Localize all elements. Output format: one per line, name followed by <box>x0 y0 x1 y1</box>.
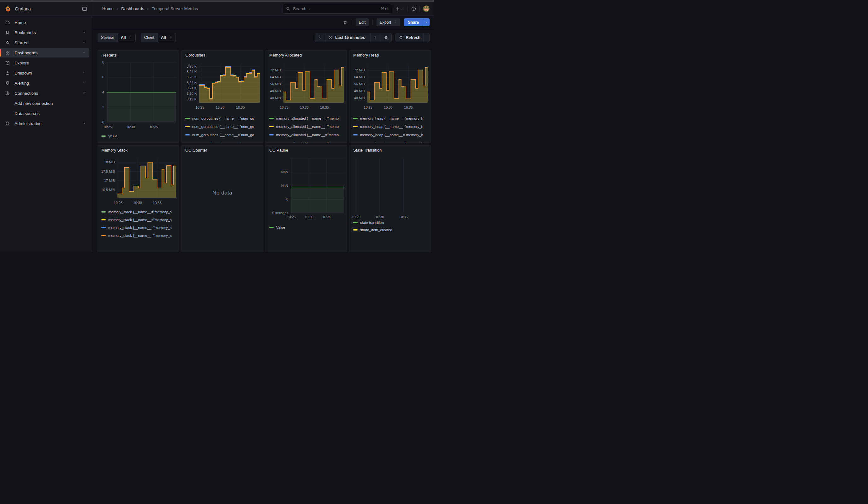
svg-text:4: 4 <box>102 90 104 94</box>
sidebar-item-home[interactable]: Home <box>0 18 89 27</box>
help-button[interactable] <box>411 6 416 11</box>
legend-item[interactable]: shard_item_created <box>353 226 430 233</box>
memory_allocated-chart[interactable]: 40 MiB48 MiB56 MiB64 MiB72 MiB10:2510:30… <box>266 51 347 111</box>
legend-item[interactable]: memory_heap {__name__="memory_h <box>353 131 430 139</box>
panel-title[interactable]: Memory Heap <box>353 53 379 58</box>
create-new-button[interactable] <box>395 6 404 11</box>
legend-swatch <box>101 211 106 213</box>
compass-icon <box>5 60 10 65</box>
svg-text:10:30: 10:30 <box>126 125 135 129</box>
chevron-up-icon[interactable] <box>82 91 86 95</box>
chevron-down-icon[interactable] <box>82 51 86 55</box>
panel-title[interactable]: Goroutines <box>185 53 206 58</box>
sidebar-item-connections[interactable]: Connections <box>0 89 89 98</box>
legend-item[interactable]: memory_heap {__name__="memory_h <box>353 139 430 143</box>
svg-text:3.25 K: 3.25 K <box>187 64 197 68</box>
filter-value-dropdown[interactable]: All <box>158 33 176 42</box>
search-input[interactable]: Search... ⌘+k <box>282 4 392 13</box>
drilldown-icon <box>5 70 10 75</box>
share-button[interactable]: Share <box>404 18 423 26</box>
filter-client: ClientAll <box>141 33 176 42</box>
zoom-out-button[interactable] <box>381 33 391 42</box>
edit-button[interactable]: Edit <box>356 18 369 26</box>
favorite-star-button[interactable] <box>342 20 348 25</box>
time-controls: Last 15 minutes Refresh <box>315 33 430 42</box>
chevron-down-icon[interactable] <box>82 71 86 75</box>
grafana-logo-icon <box>4 6 11 12</box>
legend-item[interactable]: num_goroutines {__name__="num_go <box>185 114 262 123</box>
legend-item[interactable]: memory_stack {__name__="memory_s <box>101 208 178 216</box>
bell-icon <box>5 81 10 85</box>
sidebar-item-data-sources[interactable]: Data sources <box>0 109 89 118</box>
sidebar-toggle-icon[interactable] <box>82 6 87 12</box>
svg-text:64 MiB: 64 MiB <box>354 75 365 79</box>
user-avatar[interactable] <box>423 6 430 12</box>
share-dropdown-button[interactable] <box>423 18 430 26</box>
svg-text:72 MiB: 72 MiB <box>270 68 281 72</box>
panel-title[interactable]: State Transition <box>353 148 382 153</box>
panel-title[interactable]: GC Counter <box>185 148 207 153</box>
sidebar-item-alerting[interactable]: Alerting <box>0 78 89 88</box>
time-back-button[interactable] <box>315 33 325 42</box>
legend-label: num_goroutines {__name__="num_go <box>192 141 254 143</box>
filter-value-dropdown[interactable]: All <box>118 33 136 42</box>
refresh-interval-button[interactable] <box>423 33 429 42</box>
svg-text:16.5 MiB: 16.5 MiB <box>101 188 115 192</box>
goroutines-chart[interactable]: 3.19 K3.20 K3.21 K3.22 K3.23 K3.24 K3.25… <box>182 51 263 111</box>
legend-item[interactable]: memory_heap {__name__="memory_h <box>353 123 430 131</box>
breadcrumb-item[interactable]: Temporal Server Metrics <box>152 6 198 11</box>
sidebar: HomeBookmarksStarredDashboardsExploreDri… <box>0 16 92 252</box>
breadcrumb-item[interactable]: Dashboards <box>121 6 144 11</box>
chevron-down-icon[interactable] <box>82 41 86 44</box>
legend-swatch <box>101 135 106 137</box>
legend-label: memory_stack {__name__="memory_s <box>108 218 172 222</box>
legend-item[interactable]: memory_heap {__name__="memory_h <box>353 114 430 123</box>
svg-text:0: 0 <box>286 197 288 201</box>
legend-item[interactable]: memory_stack {__name__="memory_s <box>101 232 178 239</box>
panel-title[interactable]: Memory Stack <box>101 148 127 153</box>
export-button[interactable]: Export <box>376 18 400 26</box>
panel-title[interactable]: GC Pause <box>269 148 288 153</box>
panel-title[interactable]: Memory Allocated <box>269 53 302 58</box>
refresh-button[interactable]: Refresh <box>396 33 423 42</box>
sidebar-item-drilldown[interactable]: Drilldown <box>0 68 89 78</box>
legend-item[interactable]: memory_allocated {__name__="memo <box>269 139 345 143</box>
sidebar-item-starred[interactable]: Starred <box>0 38 89 48</box>
state_transition-chart[interactable]: 10:2510:3010:35 <box>350 146 431 220</box>
legend-item[interactable]: Value <box>101 132 178 140</box>
legend-item[interactable]: Value <box>269 223 345 231</box>
breadcrumb-item[interactable]: Home <box>102 6 114 11</box>
svg-text:10:25: 10:25 <box>196 105 205 109</box>
time-range-picker[interactable]: Last 15 minutes <box>325 33 370 42</box>
export-label: Export <box>380 20 391 25</box>
sidebar-item-explore[interactable]: Explore <box>0 58 89 68</box>
chevron-down-icon[interactable] <box>82 81 86 85</box>
legend-item[interactable]: memory_allocated {__name__="memo <box>269 114 345 123</box>
legend-label: memory_allocated {__name__="memo <box>276 133 339 137</box>
legend-swatch <box>101 235 106 236</box>
gc_pause-chart[interactable]: 0 seconds0NaNNaN10:2510:3010:35 <box>266 146 347 220</box>
time-forward-button[interactable] <box>370 33 381 42</box>
legend-item[interactable]: state transition <box>353 219 430 226</box>
chevron-down-icon[interactable] <box>82 31 86 34</box>
restarts-chart[interactable]: 0246810:2510:3010:35 <box>98 51 179 130</box>
legend-item[interactable]: memory_allocated {__name__="memo <box>269 131 345 139</box>
time-range-label: Last 15 minutes <box>335 35 365 40</box>
legend-item[interactable]: num_goroutines {__name__="num_go <box>185 131 262 139</box>
legend-item[interactable]: memory_stack {__name__="memory_s <box>101 216 178 224</box>
legend-item[interactable]: memory_allocated {__name__="memo <box>269 123 345 131</box>
chevron-down-icon[interactable] <box>82 122 86 125</box>
panel-title[interactable]: Restarts <box>101 53 116 58</box>
clock-icon <box>328 35 333 40</box>
svg-text:10:35: 10:35 <box>236 105 245 109</box>
legend-label: memory_stack {__name__="memory_s <box>108 234 172 237</box>
sidebar-item-dashboards[interactable]: Dashboards <box>0 48 89 58</box>
legend-item[interactable]: memory_stack {__name__="memory_s <box>101 224 178 232</box>
sidebar-item-bookmarks[interactable]: Bookmarks <box>0 28 89 37</box>
legend-item[interactable]: num_goroutines {__name__="num_go <box>185 139 262 143</box>
memory_heap-chart[interactable]: 40 MiB48 MiB56 MiB64 MiB72 MiB10:2510:30… <box>350 51 431 111</box>
sidebar-item-administration[interactable]: Administration <box>0 119 89 128</box>
sidebar-item-add-new-connection[interactable]: Add new connection <box>0 99 89 108</box>
legend-item[interactable]: num_goroutines {__name__="num_go <box>185 123 262 131</box>
memory_stack-chart[interactable]: 16.5 MiB17 MiB17.5 MiB18 MiB10:2510:3010… <box>98 146 179 206</box>
